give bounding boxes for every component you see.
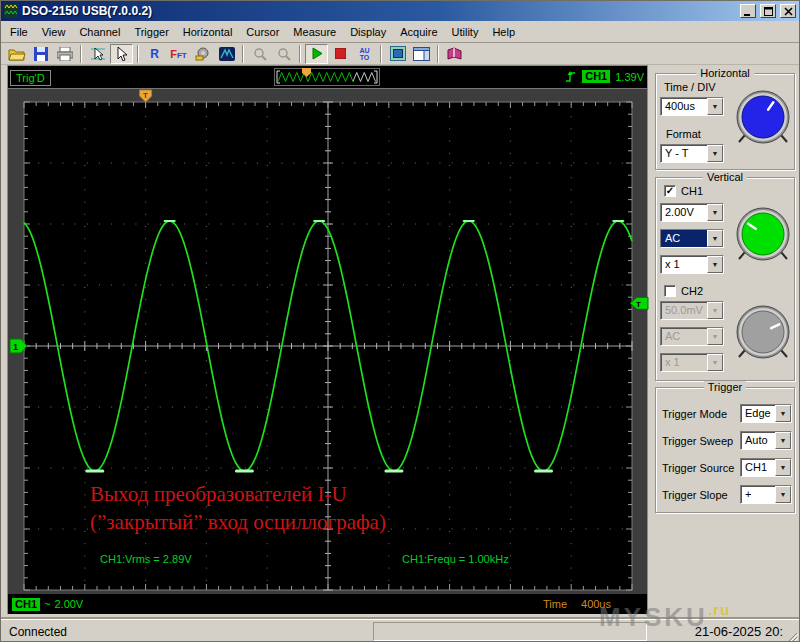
fft-button[interactable]: FFT: [167, 44, 190, 64]
ch1-scale-value: 2.00V: [54, 598, 83, 610]
trigger-slope-label: Trigger Slope: [662, 489, 728, 501]
trigger-status-badge: Trig'D: [10, 70, 51, 86]
menu-measure[interactable]: Measure: [286, 23, 343, 41]
minimize-icon: [744, 8, 752, 17]
zoom-in-button[interactable]: [248, 44, 271, 64]
trigger-sweep-label: Trigger Sweep: [662, 435, 733, 447]
cursor-measure-button[interactable]: [86, 44, 109, 64]
format-select[interactable]: Y - T ▼: [660, 144, 724, 163]
maximize-button[interactable]: [760, 4, 776, 18]
toolbar-separator: [137, 45, 139, 63]
format-label: Format: [666, 128, 701, 140]
toolbar-separator: [437, 45, 439, 63]
trigger-group: Trigger Trigger Mode Edge ▼ Trigger Swee…: [655, 387, 795, 513]
horizontal-group: Horizontal Time / DIV 400us ▼ Format Y -…: [655, 73, 795, 170]
measurement-vrms: CH1:Vrms = 2.89V: [100, 553, 192, 565]
dropdown-arrow-icon: ▼: [707, 354, 723, 371]
print-icon: [57, 47, 73, 61]
dropdown-arrow-icon[interactable]: ▼: [775, 405, 791, 422]
menu-channel[interactable]: Channel: [72, 23, 127, 41]
menu-help[interactable]: Help: [485, 23, 522, 41]
gear-hand-icon: [195, 46, 210, 61]
buffer-preview[interactable]: [274, 68, 380, 86]
trigger-level-marker[interactable]: T: [630, 297, 648, 309]
toolbar-separator: [380, 45, 382, 63]
app-icon: [4, 4, 18, 18]
menu-acquire[interactable]: Acquire: [393, 23, 444, 41]
annotation-line2: (”закрытый” вход осциллографа): [90, 508, 386, 536]
open-folder-icon: [8, 47, 26, 61]
dropdown-arrow-icon[interactable]: ▼: [707, 204, 723, 221]
menu-utility[interactable]: Utility: [445, 23, 486, 41]
pointer-button[interactable]: [110, 44, 133, 64]
help-book-icon: [446, 47, 463, 61]
trigger-source-select[interactable]: CH1 ▼: [740, 458, 792, 477]
dropdown-arrow-icon[interactable]: ▼: [707, 230, 723, 247]
ch2-scale-select: 50.0mV ▼: [660, 301, 724, 320]
menu-display[interactable]: Display: [343, 23, 393, 41]
display-settings-button[interactable]: [386, 44, 409, 64]
stop-button[interactable]: [329, 44, 352, 64]
trigger-position-marker[interactable]: T: [140, 90, 152, 102]
trigger-edge-icon: [564, 69, 577, 84]
save-button[interactable]: [29, 44, 52, 64]
minimize-button[interactable]: [740, 4, 756, 18]
ch2-position-knob[interactable]: [734, 303, 792, 361]
dropdown-arrow-icon[interactable]: ▼: [775, 459, 791, 476]
resize-grip-icon[interactable]: [785, 629, 798, 642]
refresh-button[interactable]: R: [143, 44, 166, 64]
ch1-coupling-select[interactable]: AC ▼: [660, 229, 724, 248]
trigger-mode-select[interactable]: Edge ▼: [740, 404, 792, 423]
annotation-line1: Выход преобразователей I-U: [90, 480, 386, 508]
horizontal-knob[interactable]: [734, 88, 792, 146]
menu-horizontal[interactable]: Horizontal: [176, 23, 240, 41]
settings-button[interactable]: [191, 44, 214, 64]
ch1-position-knob[interactable]: [734, 205, 792, 263]
menu-file[interactable]: File: [3, 23, 35, 41]
title-bar: DSO-2150 USB(7.0.0.2): [1, 1, 799, 21]
ch1-scale-select[interactable]: 2.00V ▼: [660, 203, 724, 222]
measurement-frequency: CH1:Frequ = 1.00kHz: [402, 553, 509, 565]
open-file-button[interactable]: [5, 44, 28, 64]
svg-text:T: T: [636, 300, 641, 309]
ch2-checkbox[interactable]: CH2: [664, 285, 703, 297]
checkbox-empty-icon: [664, 285, 676, 297]
trigger-group-title: Trigger: [704, 381, 746, 393]
dropdown-arrow-icon[interactable]: ▼: [707, 98, 723, 115]
trigger-slope-select[interactable]: + ▼: [740, 485, 792, 504]
toolbar-separator: [242, 45, 244, 63]
scope-display: Trig'D CH1 1.39V TT1 Выход преобразовате…: [7, 65, 648, 614]
control-panel: Horizontal Time / DIV 400us ▼ Format Y -…: [651, 65, 799, 619]
trigger-sweep-select[interactable]: Auto ▼: [740, 431, 792, 450]
vertical-group-title: Vertical: [703, 171, 747, 183]
help-button[interactable]: [443, 44, 466, 64]
ch1-probe-select[interactable]: x 1 ▼: [660, 255, 724, 274]
dropdown-arrow-icon: ▼: [707, 302, 723, 319]
toolbar-separator: [299, 45, 301, 63]
dropdown-arrow-icon[interactable]: ▼: [707, 256, 723, 273]
dropdown-arrow-icon[interactable]: ▼: [775, 486, 791, 503]
waveform-mode-button[interactable]: [215, 44, 238, 64]
play-icon: [311, 47, 323, 60]
run-button[interactable]: [305, 44, 328, 64]
menu-trigger[interactable]: Trigger: [127, 23, 175, 41]
dropdown-arrow-icon[interactable]: ▼: [707, 145, 723, 162]
menu-view[interactable]: View: [35, 23, 73, 41]
ch1-checkbox[interactable]: ✓ CH1: [664, 185, 703, 197]
ch1-scale-readout: CH1 ~ 2.00V: [12, 598, 83, 611]
menu-cursor[interactable]: Cursor: [239, 23, 286, 41]
window-layout-button[interactable]: [410, 44, 433, 64]
window-title: DSO-2150 USB(7.0.0.2): [22, 4, 736, 18]
status-datetime: 21-06-2025 20:: [695, 624, 783, 639]
close-button[interactable]: [780, 4, 796, 18]
refresh-r-icon: R: [150, 47, 159, 61]
time-div-select[interactable]: 400us ▼: [660, 97, 724, 116]
zoom-out-button[interactable]: [272, 44, 295, 64]
print-button[interactable]: [53, 44, 76, 64]
ch2-probe-select: x 1 ▼: [660, 353, 724, 372]
dropdown-arrow-icon[interactable]: ▼: [775, 432, 791, 449]
zoom-out-icon: [277, 47, 291, 61]
time-div-label: Time / DIV: [664, 81, 716, 93]
autoset-button[interactable]: AUTO: [353, 44, 376, 64]
svg-text:1: 1: [13, 342, 18, 352]
